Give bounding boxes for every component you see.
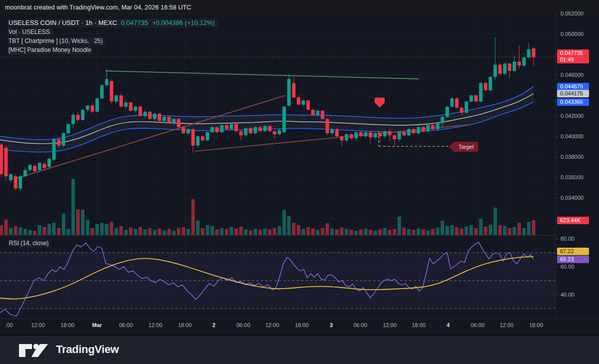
axis-price-label: 0.038000 (561, 154, 584, 160)
time-axis-label: 12:00 (148, 322, 162, 328)
price-change: +0.004386 (+10.12%) (152, 19, 215, 26)
axis-badge: 0.043366 (557, 98, 589, 106)
axis-badge: 623.44K (557, 217, 589, 224)
axis-price-label: 0.036000 (561, 174, 584, 180)
axis-badge: 67.22 (557, 248, 589, 255)
axis-price-label: 0.040000 (561, 133, 584, 139)
legend-tbt-indicator-row[interactable]: TBT [ Chartprime ] (10, Wicks, 25) (7, 37, 105, 45)
time-axis-label: 12:00 (500, 322, 514, 328)
last-price: 0.047735 (121, 19, 148, 26)
shield-down-marker[interactable] (375, 97, 385, 107)
axis-price-label: 60.00 (561, 264, 575, 270)
axis-price-label: 0.050000 (561, 31, 584, 37)
price-axis[interactable]: 0.0520000.0500000.0480000.0460000.042000… (556, 15, 599, 319)
time-axis-label: 18:00 (295, 322, 309, 328)
symbol-title: USELESS COIN / USDT · 1h · MEXC (8, 19, 117, 26)
axis-price-label: 0.042000 (561, 113, 584, 119)
axis-badge: 0.04773501:49 (557, 49, 589, 63)
tradingview-brand-text[interactable]: TradingView (56, 343, 119, 356)
time-axis-label: 06:00 (471, 322, 485, 328)
axis-price-label: 0.046000 (561, 72, 584, 78)
rising-support-1-trendline[interactable] (15, 95, 286, 179)
axis-price-label: 0.052000 (561, 10, 584, 16)
time-axis-label: 4 (447, 322, 450, 328)
time-axis[interactable]: :0012:0018:00Mar06:0012:0018:00206:0012:… (0, 319, 599, 335)
axis-badge: 0.044879 (557, 83, 589, 90)
legend-volume-row[interactable]: Vol · USELESS (7, 28, 53, 36)
tradingview-logo-icon[interactable] (18, 343, 50, 359)
time-axis-label: 3 (330, 322, 333, 328)
rsi-indicator-label[interactable]: RSI (14, close) (8, 239, 51, 248)
axis-price-label: 80.00 (561, 236, 575, 242)
time-axis-label: 06:00 (119, 322, 133, 328)
svg-text:Target: Target (459, 144, 474, 150)
band-upper-line[interactable] (0, 86, 534, 140)
time-axis-label: 18:00 (529, 322, 543, 328)
time-axis-label: 18:00 (178, 322, 192, 328)
target-flag[interactable]: Target (449, 142, 478, 152)
time-axis-label: 06:00 (236, 322, 250, 328)
volume-layer[interactable] (0, 179, 535, 235)
time-axis-label: 18:00 (412, 322, 426, 328)
chart-legend: USELESS COIN / USDT · 1h · MEXC0.047735+… (7, 18, 218, 55)
tradingview-chart-screenshot: moonbrat created with TradingView.com, M… (0, 0, 599, 364)
legend-symbol-row[interactable]: USELESS COIN / USDT · 1h · MEXC0.047735+… (7, 18, 218, 27)
axis-price-label: 0.034000 (561, 195, 584, 201)
time-axis-label: 06:00 (353, 322, 367, 328)
time-axis-label: 12:00 (31, 322, 45, 328)
time-axis-label: 12:00 (383, 322, 397, 328)
footer-bar: TradingView (0, 335, 599, 364)
axis-badge: 65.23 (557, 256, 589, 263)
axis-price-label: 40.00 (561, 292, 575, 298)
time-axis-label: 18:00 (60, 322, 74, 328)
legend-mhc-indicator-row[interactable]: [MHC] Paradise Money Noodle (7, 46, 94, 54)
axis-badge: 0.044175 (557, 90, 589, 97)
time-axis-label: :00 (5, 322, 12, 328)
time-axis-label: 12:00 (265, 322, 279, 328)
time-axis-label: Mar (92, 322, 102, 328)
time-axis-label: 2 (212, 322, 215, 328)
